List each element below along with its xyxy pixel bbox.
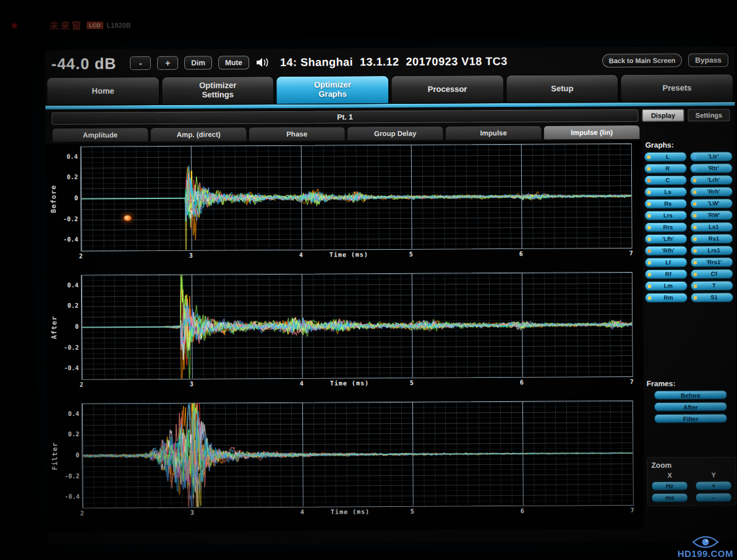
nav-tab-setup[interactable]: Setup bbox=[506, 74, 619, 103]
channel-button-rm[interactable]: Rm bbox=[645, 292, 688, 302]
channel-indicator bbox=[693, 214, 696, 217]
y-tick-label: -0.4 bbox=[59, 236, 78, 243]
graph-tab-amplitude[interactable]: Amplitude bbox=[52, 127, 149, 143]
x-tick-label: 5 bbox=[410, 380, 414, 386]
dim-button[interactable]: Dim bbox=[184, 56, 212, 70]
channel-indicator bbox=[648, 261, 651, 264]
zoom-minus-button[interactable]: - bbox=[696, 493, 732, 502]
channel-button-rs[interactable]: Rs bbox=[644, 198, 687, 208]
y-tick-label: 0.4 bbox=[59, 153, 78, 159]
graph-tab-impulse[interactable]: Impulse bbox=[445, 125, 542, 141]
settings-tab[interactable]: Settings bbox=[688, 109, 730, 121]
channel-button-lm[interactable]: Lm bbox=[645, 281, 688, 291]
graphs-region: Before0.40.20-0.2-0.4234567Time (ms)Afte… bbox=[46, 141, 644, 532]
channel-indicator bbox=[694, 284, 697, 287]
y-tick-label: -0.4 bbox=[61, 365, 79, 371]
channel-label: Lrs1 bbox=[698, 247, 730, 253]
channel-button-rrs1[interactable]: 'Rrs1' bbox=[691, 257, 733, 267]
y-tick-label: 0.4 bbox=[60, 281, 79, 288]
x-tick-label: 6 bbox=[521, 507, 524, 514]
channel-button-lrh[interactable]: 'Lrh' bbox=[690, 175, 733, 185]
frame-button-after[interactable]: After bbox=[654, 402, 727, 412]
graph-tab-amp-direct[interactable]: Amp. (direct) bbox=[150, 127, 247, 142]
waveform-canvas bbox=[82, 401, 634, 509]
channel-button-s1[interactable]: S1 bbox=[691, 292, 733, 302]
channel-button-r[interactable]: R bbox=[644, 163, 687, 173]
channel-indicator bbox=[693, 226, 696, 229]
bypass-button[interactable]: Bypass bbox=[688, 53, 728, 67]
channel-indicator bbox=[648, 284, 651, 287]
x-axis-label: Time (ms) bbox=[331, 508, 370, 515]
zoom-hz-button[interactable]: Hz bbox=[652, 481, 688, 490]
channel-label: 'Ltr' bbox=[697, 153, 730, 159]
channel-label: Ls1 bbox=[697, 224, 730, 230]
frames-buttons: BeforeAfterFilter bbox=[645, 390, 736, 423]
nav-tab-presets[interactable]: Presets bbox=[620, 74, 733, 103]
graph-tab-impulse-lin[interactable]: Impulse (lin) bbox=[543, 125, 641, 140]
channel-button-rfh[interactable]: 'Rfh' bbox=[645, 245, 688, 255]
waveform-canvas bbox=[80, 143, 633, 252]
nav-tab-label: Processor bbox=[428, 85, 467, 94]
nav-tab-home[interactable]: Home bbox=[46, 77, 160, 106]
frame-button-filter[interactable]: Filter bbox=[654, 414, 727, 423]
zoom-x-header: X bbox=[651, 471, 688, 478]
screen: -44.0 dB - + Dim Mute 14: Shanghai 13.1.… bbox=[45, 46, 737, 545]
channel-label: Rrs bbox=[652, 224, 684, 231]
zoom-plus-button[interactable]: + bbox=[696, 481, 732, 490]
channel-button-l[interactable]: L bbox=[644, 151, 687, 161]
graph-type-tabs: AmplitudeAmp. (direct)PhaseGroup DelayIm… bbox=[52, 125, 641, 143]
channel-button-rf[interactable]: Rf bbox=[645, 269, 688, 279]
channel-indicator bbox=[648, 273, 651, 276]
channel-button-ls1[interactable]: Ls1 bbox=[690, 222, 733, 232]
channel-button-rrh[interactable]: 'Rrh' bbox=[690, 187, 733, 197]
panel-ylabel: Filter bbox=[51, 404, 59, 509]
panel-ylabel: Before bbox=[49, 146, 58, 252]
mute-button[interactable]: Mute bbox=[218, 56, 249, 69]
channel-button-lrs[interactable]: Lrs bbox=[644, 210, 687, 220]
channel-button-lw[interactable]: 'LW' bbox=[690, 198, 733, 208]
channel-label: 'Rfh' bbox=[652, 248, 684, 254]
graph-tab-group-delay[interactable]: Group Delay bbox=[347, 126, 444, 142]
x-tick-label: 4 bbox=[299, 252, 303, 258]
y-tick-label: -0.2 bbox=[61, 472, 79, 479]
channel-button-lfh[interactable]: 'Lfh' bbox=[644, 234, 687, 244]
channel-label: 'Rrs1' bbox=[698, 259, 730, 265]
channel-indicator bbox=[694, 249, 697, 252]
frames-label: Frames: bbox=[647, 379, 736, 388]
x-axis-label: Time (ms) bbox=[330, 251, 368, 258]
channel-button-lf[interactable]: Lf bbox=[645, 257, 688, 267]
y-tick-label: 0.2 bbox=[61, 431, 79, 438]
nav-tab-optimizer-graphs[interactable]: Optimizer Graphs bbox=[276, 75, 389, 104]
back-to-main-button[interactable]: Back to Main Screen bbox=[602, 54, 683, 68]
volume-minus-button[interactable]: - bbox=[130, 56, 151, 70]
channel-label: Cf bbox=[698, 271, 730, 277]
nav-tab-optimizer-settings[interactable]: Optimizer Settings bbox=[161, 76, 275, 105]
display-tab[interactable]: Display bbox=[642, 109, 684, 122]
frame-button-before[interactable]: Before bbox=[654, 390, 727, 400]
channel-button-rs1[interactable]: Rs1 bbox=[690, 234, 733, 244]
y-tick-label: -0.2 bbox=[59, 215, 78, 222]
channel-label: 'Lfh' bbox=[652, 236, 684, 242]
point-selector[interactable]: Pt. 1 bbox=[51, 109, 638, 125]
channel-label: 'Rrh' bbox=[697, 189, 730, 195]
channel-button-c[interactable]: C bbox=[644, 175, 687, 185]
volume-plus-button[interactable]: + bbox=[157, 56, 178, 70]
monitor-brand-text: 未来窗 bbox=[49, 19, 83, 32]
channel-button-rtr[interactable]: 'Rtr' bbox=[690, 163, 733, 173]
zoom-ms-button[interactable]: ms bbox=[652, 493, 688, 502]
channel-button-rw[interactable]: 'RW' bbox=[690, 210, 733, 220]
channel-button-lrs1[interactable]: Lrs1 bbox=[691, 245, 733, 255]
channel-indicator bbox=[647, 202, 650, 205]
nav-tab-label: Optimizer Settings bbox=[187, 81, 249, 100]
nav-tabs: HomeOptimizer SettingsOptimizer GraphsPr… bbox=[45, 74, 735, 106]
channel-button-cf[interactable]: Cf bbox=[691, 269, 733, 279]
channel-button-ltr[interactable]: 'Ltr' bbox=[690, 151, 733, 161]
channel-label: 'LW' bbox=[697, 200, 730, 206]
channel-button-rrs[interactable]: Rrs bbox=[644, 222, 687, 232]
graph-tab-phase[interactable]: Phase bbox=[249, 126, 346, 142]
channel-button-ls[interactable]: Ls bbox=[644, 187, 687, 197]
monitor-lcd-badge: LCD bbox=[87, 22, 103, 29]
channel-button-t[interactable]: T bbox=[691, 281, 733, 291]
x-tick-label: 5 bbox=[409, 251, 413, 258]
nav-tab-processor[interactable]: Processor bbox=[391, 75, 504, 104]
